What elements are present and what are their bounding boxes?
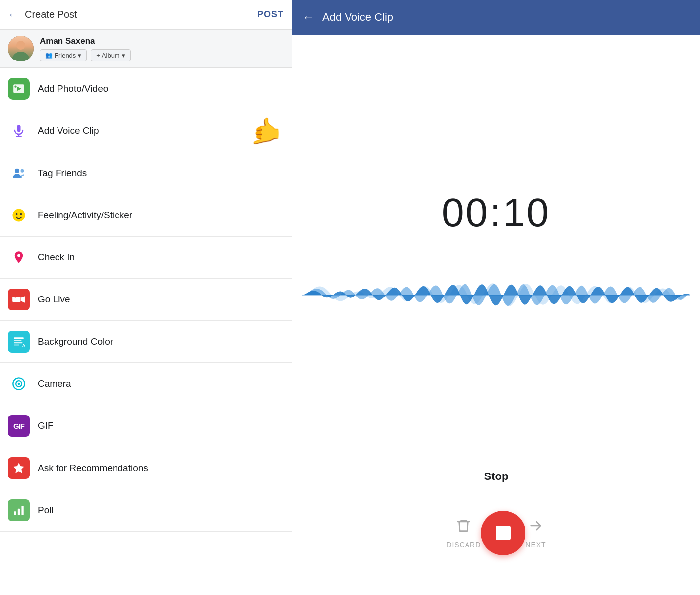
right-panel: ← Add Voice Clip 00:10: [292, 0, 700, 595]
recommend-icon: [8, 457, 30, 479]
menu-item-gif[interactable]: GIF GIF: [0, 405, 292, 447]
menu-item-background-color[interactable]: Aa Background Color: [0, 321, 292, 363]
check-in-icon: [8, 246, 30, 268]
photo-video-icon: [8, 78, 30, 100]
feeling-icon: [8, 204, 30, 226]
timer-section: 00:10: [302, 64, 690, 470]
stop-square-icon: [496, 526, 511, 540]
menu-label-add-photo-video: Add Photo/Video: [38, 83, 108, 94]
menu-item-add-photo-video[interactable]: Add Photo/Video: [0, 68, 292, 110]
page-title: Create Post: [25, 9, 77, 20]
create-post-header: ← Create Post POST: [0, 0, 292, 30]
svg-point-22: [18, 383, 20, 385]
menu-label-check-in: Check In: [38, 252, 75, 263]
menu-item-check-in[interactable]: Check In: [0, 237, 292, 279]
friends-chevron: ▾: [78, 52, 81, 59]
post-button[interactable]: POST: [257, 9, 284, 20]
pointer-hand-icon: 🤙: [249, 116, 282, 146]
voice-clip-back-button[interactable]: ←: [302, 10, 314, 24]
back-button[interactable]: ←: [8, 8, 19, 21]
svg-rect-24: [18, 509, 20, 515]
menu-label-add-voice-clip: Add Voice Clip: [38, 125, 99, 136]
menu-label-camera: Camera: [38, 378, 71, 389]
waveform-svg: [302, 250, 690, 340]
friends-label: Friends: [55, 52, 76, 59]
menu-label-ask-recommendations: Ask for Recommendations: [38, 463, 148, 474]
header-left: ← Create Post: [8, 8, 77, 21]
camera-icon: [8, 373, 30, 395]
svg-point-2: [14, 86, 16, 88]
user-info: Aman Saxena 👥 Friends ▾ + Album ▾: [40, 36, 131, 61]
next-icon: [528, 518, 544, 537]
avatar: [8, 36, 34, 61]
svg-rect-25: [21, 506, 23, 515]
album-label: + Album: [96, 52, 119, 59]
menu-item-add-voice-clip[interactable]: Add Voice Clip 🤙: [0, 110, 292, 152]
friends-icon: 👥: [45, 52, 53, 59]
svg-rect-16: [14, 340, 21, 341]
menu-item-feeling-activity[interactable]: Feeling/Activity/Sticker: [0, 194, 292, 237]
voice-clip-icon: [8, 120, 30, 142]
svg-point-14: [14, 296, 17, 298]
poll-icon: [8, 499, 30, 521]
avatar-image: [8, 36, 34, 61]
menu-item-camera[interactable]: Camera: [0, 363, 292, 405]
menu-item-poll[interactable]: Poll: [0, 489, 292, 532]
gif-icon: GIF: [8, 415, 30, 437]
user-name: Aman Saxena: [40, 36, 131, 46]
go-live-icon: [8, 289, 30, 310]
svg-rect-18: [14, 344, 19, 345]
left-panel: ← Create Post POST Aman Saxena 👥 Friends…: [0, 0, 292, 595]
voice-clip-content: 00:10 Stop: [292, 35, 700, 595]
menu-item-tag-friends[interactable]: Tag Friends: [0, 152, 292, 194]
next-button[interactable]: NEXT: [525, 518, 546, 549]
voice-clip-title: Add Voice Clip: [322, 11, 393, 24]
menu-item-go-live[interactable]: Go Live: [0, 279, 292, 321]
background-color-icon: Aa: [8, 331, 30, 353]
menu-label-gif: GIF: [38, 420, 54, 431]
svg-point-6: [15, 169, 19, 173]
tag-friends-icon: [8, 162, 30, 184]
svg-point-7: [21, 169, 24, 173]
user-row: Aman Saxena 👥 Friends ▾ + Album ▾: [0, 30, 292, 68]
menu-list: Add Photo/Video Add Voice Clip 🤙: [0, 68, 292, 595]
svg-point-9: [16, 213, 18, 215]
voice-clip-header: ← Add Voice Clip: [292, 0, 700, 35]
album-button[interactable]: + Album ▾: [91, 49, 130, 61]
svg-rect-3: [17, 125, 21, 132]
svg-marker-13: [21, 296, 25, 303]
friends-button[interactable]: 👥 Friends ▾: [40, 49, 87, 61]
stop-button[interactable]: [481, 511, 525, 555]
svg-rect-23: [14, 511, 16, 515]
menu-label-feeling-activity: Feeling/Activity/Sticker: [38, 210, 132, 221]
timer-display: 00:10: [442, 190, 551, 236]
user-controls: 👥 Friends ▾ + Album ▾: [40, 49, 131, 61]
discard-button[interactable]: DISCARD: [446, 518, 481, 549]
svg-rect-15: [14, 337, 24, 339]
waveform-container: [302, 245, 690, 345]
next-label: NEXT: [525, 541, 546, 549]
menu-label-tag-friends: Tag Friends: [38, 168, 87, 178]
album-chevron: ▾: [122, 52, 125, 59]
svg-point-8: [13, 209, 25, 222]
svg-rect-12: [12, 297, 20, 302]
stop-section: Stop DISCARD: [426, 470, 566, 565]
menu-label-background-color: Background Color: [38, 336, 113, 347]
discard-icon: [456, 518, 471, 537]
svg-rect-17: [14, 342, 22, 343]
menu-label-poll: Poll: [38, 505, 54, 516]
svg-point-11: [17, 254, 20, 257]
stop-label: Stop: [484, 470, 509, 483]
discard-label: DISCARD: [446, 541, 481, 549]
svg-point-10: [20, 213, 22, 215]
bottom-controls: DISCARD NEXT: [426, 501, 566, 565]
menu-label-go-live: Go Live: [38, 294, 70, 305]
svg-text:Aa: Aa: [22, 343, 26, 348]
menu-item-ask-recommendations[interactable]: Ask for Recommendations: [0, 447, 292, 489]
